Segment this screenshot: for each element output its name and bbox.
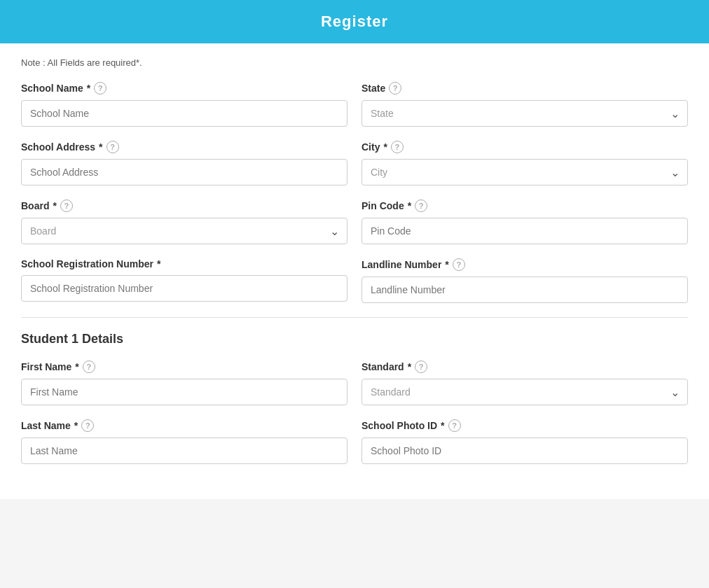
landline-number-group: Landline Number * ?: [362, 258, 688, 303]
school-registration-number-input[interactable]: [21, 275, 347, 302]
pin-code-input[interactable]: [362, 218, 688, 244]
school-photo-id-input[interactable]: [362, 438, 688, 464]
school-address-label: School Address * ?: [21, 141, 347, 153]
school-address-input[interactable]: [21, 159, 347, 186]
landline-required: *: [445, 259, 448, 270]
city-required: *: [383, 141, 387, 153]
school-name-required: *: [87, 83, 90, 94]
pin-code-required: *: [408, 200, 411, 211]
school-name-group: School Name * ?: [21, 82, 347, 127]
school-registration-number-label: School Registration Number *: [21, 258, 347, 270]
form-container: Note : All Fields are required*. School …: [0, 43, 709, 499]
landline-number-label: Landline Number * ?: [362, 258, 688, 271]
school-registration-number-group: School Registration Number *: [21, 258, 347, 303]
required-note: Note : All Fields are required*.: [21, 57, 688, 68]
school-name-input[interactable]: [21, 100, 347, 127]
page-title: Register: [13, 13, 696, 31]
standard-required: *: [408, 361, 411, 372]
school-photo-id-required: *: [441, 420, 444, 431]
school-registration-required: *: [157, 258, 160, 270]
last-name-input[interactable]: [21, 438, 347, 464]
section-divider: [21, 317, 688, 318]
last-name-required: *: [74, 420, 78, 431]
pin-code-label: Pin Code * ?: [362, 200, 688, 212]
standard-select-wrapper: Standard ⌄: [362, 379, 688, 405]
state-select-wrapper: State ⌄: [362, 100, 688, 127]
city-select[interactable]: City: [362, 159, 688, 186]
landline-help-icon[interactable]: ?: [453, 258, 465, 271]
city-select-wrapper: City ⌄: [362, 159, 688, 186]
row-school-name-state: School Name * ? State ? State ⌄: [21, 82, 688, 127]
standard-help-icon[interactable]: ?: [415, 360, 427, 373]
city-group: City * ? City ⌄: [362, 141, 688, 186]
first-name-input[interactable]: [21, 379, 347, 405]
state-group: State ? State ⌄: [362, 82, 688, 127]
city-label: City * ?: [362, 141, 688, 153]
first-name-required: *: [75, 361, 78, 372]
row-address-city: School Address * ? City * ? City ⌄: [21, 141, 688, 186]
school-address-help-icon[interactable]: ?: [106, 141, 119, 153]
row-lastname-photoid: Last Name * ? School Photo ID * ?: [21, 419, 688, 464]
pin-code-group: Pin Code * ?: [362, 200, 688, 244]
school-photo-id-help-icon[interactable]: ?: [448, 419, 461, 432]
standard-group: Standard * ? Standard ⌄: [362, 360, 688, 405]
pin-code-help-icon[interactable]: ?: [415, 200, 427, 212]
row-firstname-standard: First Name * ? Standard * ? Standard ⌄: [21, 360, 688, 405]
first-name-help-icon[interactable]: ?: [83, 360, 95, 373]
row-regnum-landline: School Registration Number * Landline Nu…: [21, 258, 688, 303]
last-name-group: Last Name * ?: [21, 419, 347, 464]
school-address-group: School Address * ?: [21, 141, 347, 186]
state-help-icon[interactable]: ?: [389, 82, 401, 94]
school-photo-id-label: School Photo ID * ?: [362, 419, 688, 432]
board-select-wrapper: Board ⌄: [21, 218, 347, 244]
board-help-icon[interactable]: ?: [60, 200, 73, 212]
school-address-required: *: [99, 141, 102, 153]
landline-number-input[interactable]: [362, 276, 688, 303]
city-help-icon[interactable]: ?: [391, 141, 404, 153]
last-name-help-icon[interactable]: ?: [81, 419, 94, 432]
school-photo-id-group: School Photo ID * ?: [362, 419, 688, 464]
standard-select[interactable]: Standard: [362, 379, 688, 405]
student-section-title: Student 1 Details: [21, 332, 688, 346]
header: Register: [0, 0, 709, 43]
last-name-label: Last Name * ?: [21, 419, 347, 432]
first-name-group: First Name * ?: [21, 360, 347, 405]
school-name-label: School Name * ?: [21, 82, 347, 94]
state-label: State ?: [362, 82, 688, 94]
board-label: Board * ?: [21, 200, 347, 212]
row-board-pincode: Board * ? Board ⌄ Pin Code * ?: [21, 200, 688, 244]
standard-label: Standard * ?: [362, 360, 688, 373]
board-group: Board * ? Board ⌄: [21, 200, 347, 244]
first-name-label: First Name * ?: [21, 360, 347, 373]
board-required: *: [53, 200, 56, 211]
state-select[interactable]: State: [362, 100, 688, 127]
board-select[interactable]: Board: [21, 218, 347, 244]
school-name-help-icon[interactable]: ?: [94, 82, 106, 94]
